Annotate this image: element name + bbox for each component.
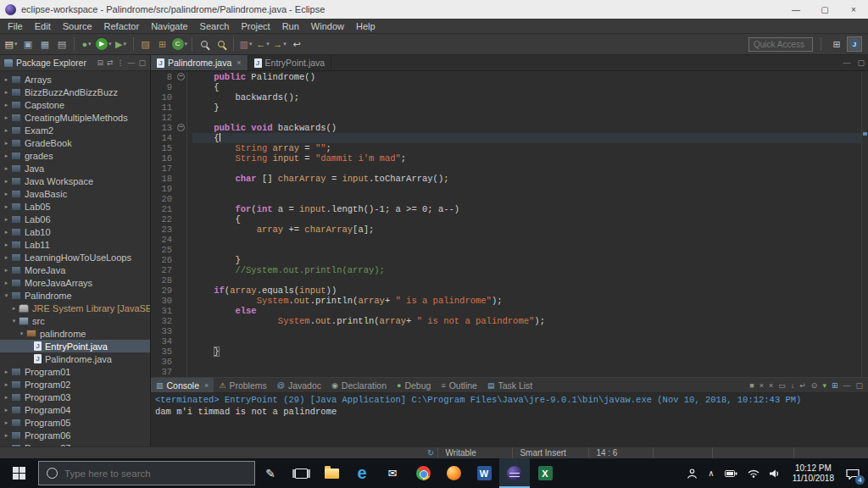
console-view-tab-outline[interactable]: ≡Outline xyxy=(436,378,482,392)
expand-arrow-icon[interactable]: ▸ xyxy=(3,432,10,439)
maximize-editor-icon[interactable]: ▢ xyxy=(854,55,868,70)
code-line[interactable]: 28 xyxy=(151,275,868,286)
tree-item-java[interactable]: ▸Java xyxy=(0,162,150,175)
code-line[interactable]: 36 xyxy=(151,357,868,367)
tree-item-program06[interactable]: ▸Program06 xyxy=(0,429,150,441)
close-tab-icon[interactable]: × xyxy=(236,58,241,67)
expand-arrow-icon[interactable]: ▸ xyxy=(3,216,10,223)
collapse-all-icon[interactable]: ⊟ xyxy=(97,58,103,67)
last-edit-location-button[interactable]: ↩ xyxy=(289,36,304,53)
open-type-button[interactable] xyxy=(197,36,212,53)
windows-ink-button[interactable]: ✎ xyxy=(255,458,286,488)
minimize-button[interactable]: — xyxy=(782,0,810,19)
tree-item-lab05[interactable]: ▸Lab05 xyxy=(0,200,150,213)
expand-arrow-icon[interactable]: ▸ xyxy=(3,381,10,388)
tree-item-program07[interactable]: ▸Program07 xyxy=(0,441,150,446)
fold-collapse-icon[interactable]: − xyxy=(177,124,185,131)
menu-refactor[interactable]: Refactor xyxy=(98,21,146,31)
menu-help[interactable]: Help xyxy=(350,21,381,31)
console-view-tab-console[interactable]: ▥Console× xyxy=(151,378,214,392)
code-line[interactable]: 20 xyxy=(151,194,868,204)
editor-tab-entrypoint-java[interactable]: JEntryPoint.java xyxy=(248,55,332,70)
coverage-button[interactable]: ▥▾ xyxy=(238,36,253,53)
expand-arrow-icon[interactable]: ▸ xyxy=(3,102,10,108)
taskbar-search[interactable] xyxy=(38,461,255,485)
tree-item-creatingmultiplemethods[interactable]: ▸CreatingMultipleMethods xyxy=(0,111,150,124)
minimize-editor-icon[interactable]: — xyxy=(839,55,854,70)
tree-item-lab11[interactable]: ▸Lab11 xyxy=(0,238,150,251)
mail-button[interactable]: ✉ xyxy=(377,458,408,488)
forward-button[interactable]: →▾ xyxy=(272,36,287,53)
view-menu-icon[interactable]: ⋮ xyxy=(116,58,124,67)
expand-arrow-icon[interactable]: ▸ xyxy=(10,305,18,312)
overview-ruler[interactable] xyxy=(861,71,868,377)
tree-item-gradebook[interactable]: ▸GradeBook xyxy=(0,136,150,149)
menu-file[interactable]: File xyxy=(2,21,29,31)
code-line[interactable]: 24 xyxy=(151,235,868,245)
quick-access-input[interactable] xyxy=(748,37,813,52)
task-view-button[interactable] xyxy=(286,458,316,488)
collapse-arrow-icon[interactable]: ▾ xyxy=(18,330,25,337)
menu-run[interactable]: Run xyxy=(276,21,305,31)
expand-arrow-icon[interactable]: ▸ xyxy=(3,152,10,159)
tree-item-capstone[interactable]: ▸Capstone xyxy=(0,98,150,111)
expand-arrow-icon[interactable]: ▸ xyxy=(3,280,10,286)
file-explorer-button[interactable] xyxy=(316,458,347,488)
save-all-button[interactable]: ▦ xyxy=(37,36,53,53)
code-line[interactable]: 8− public Palindrome() xyxy=(151,72,868,82)
dropdown-arrow-icon[interactable]: ▾ xyxy=(123,41,126,47)
clear-console-icon[interactable]: ▭ xyxy=(778,381,786,390)
expand-arrow-icon[interactable]: ▸ xyxy=(3,127,10,134)
maximize-panel-icon[interactable]: ▢ xyxy=(855,381,863,390)
console-view-tab-task-list[interactable]: ▤Task List xyxy=(482,378,537,392)
expand-arrow-icon[interactable]: ▸ xyxy=(3,114,10,121)
tree-item-exam2[interactable]: ▸Exam2 xyxy=(0,124,150,136)
code-line[interactable]: 9 { xyxy=(151,82,868,92)
dropdown-arrow-icon[interactable]: ▾ xyxy=(283,41,287,47)
minimize-panel-icon[interactable]: — xyxy=(843,381,850,390)
tree-item-palindrome[interactable]: ▾Palindrome xyxy=(0,289,150,302)
terminate-icon[interactable]: ■ xyxy=(749,381,754,390)
remove-all-launches-icon[interactable]: × xyxy=(769,381,773,390)
volume-icon[interactable] xyxy=(765,458,786,488)
tree-item-jre-system-library-javase-9[interactable]: ▸JRE System Library [JavaSE-9] xyxy=(0,302,150,314)
console-view-tab-javadoc[interactable]: @Javadoc xyxy=(272,378,326,392)
tree-item-program03[interactable]: ▸Program03 xyxy=(0,391,150,403)
expand-arrow-icon[interactable]: ▸ xyxy=(3,369,10,375)
people-icon[interactable] xyxy=(682,458,703,488)
new-class-button[interactable]: C▾ xyxy=(172,36,188,53)
external-tools-button[interactable]: ▶▾ xyxy=(114,36,129,53)
network-icon[interactable] xyxy=(743,458,765,488)
taskbar-search-input[interactable] xyxy=(64,469,247,479)
tree-item-lab10[interactable]: ▸Lab10 xyxy=(0,225,150,238)
save-button[interactable]: ▣ xyxy=(20,36,36,53)
tree-item-program01[interactable]: ▸Program01 xyxy=(0,365,150,378)
menu-source[interactable]: Source xyxy=(57,21,98,31)
code-line[interactable]: 22 { xyxy=(151,214,868,225)
taskbar-clock[interactable]: 10:12 PM 11/10/2018 xyxy=(786,463,841,484)
minimize-view-icon[interactable]: — xyxy=(127,58,135,67)
search-button[interactable] xyxy=(214,36,229,53)
word-wrap-icon[interactable]: ↵ xyxy=(799,381,806,390)
expand-arrow-icon[interactable]: ▸ xyxy=(3,445,10,447)
eclipse-button[interactable] xyxy=(499,458,530,488)
tree-item-program02[interactable]: ▸Program02 xyxy=(0,378,150,391)
code-line[interactable]: 33 xyxy=(151,326,868,336)
tree-item-program04[interactable]: ▸Program04 xyxy=(0,403,150,416)
close-tab-icon[interactable]: × xyxy=(204,381,209,390)
code-line[interactable]: 12 xyxy=(151,113,868,123)
package-explorer-tab[interactable]: Package Explorer xyxy=(4,58,86,68)
edge-button[interactable]: e xyxy=(347,458,377,488)
console-view-tab-declaration[interactable]: ◉Declaration xyxy=(326,378,392,392)
code-line[interactable]: 18 char [] charArray = input.toCharArray… xyxy=(151,174,868,184)
tree-item-lab06[interactable]: ▸Lab06 xyxy=(0,213,150,225)
tree-item-javabasic[interactable]: ▸JavaBasic xyxy=(0,187,150,200)
tree-item-entrypoint-java[interactable]: JEntryPoint.java xyxy=(0,340,150,352)
tree-item-learninghowtouseloops[interactable]: ▸LearningHowToUseLoops xyxy=(0,251,150,263)
expand-arrow-icon[interactable]: ▸ xyxy=(3,254,10,261)
expand-arrow-icon[interactable]: ▸ xyxy=(3,394,10,401)
code-line[interactable]: 17 xyxy=(151,164,868,174)
tree-item-bizzbuzzandbizzbuzz[interactable]: ▸BizzBuzzAndBizzBuzz xyxy=(0,86,150,98)
new-java-project-button[interactable]: ▨ xyxy=(138,36,153,53)
java-perspective-button[interactable]: J xyxy=(847,36,862,52)
